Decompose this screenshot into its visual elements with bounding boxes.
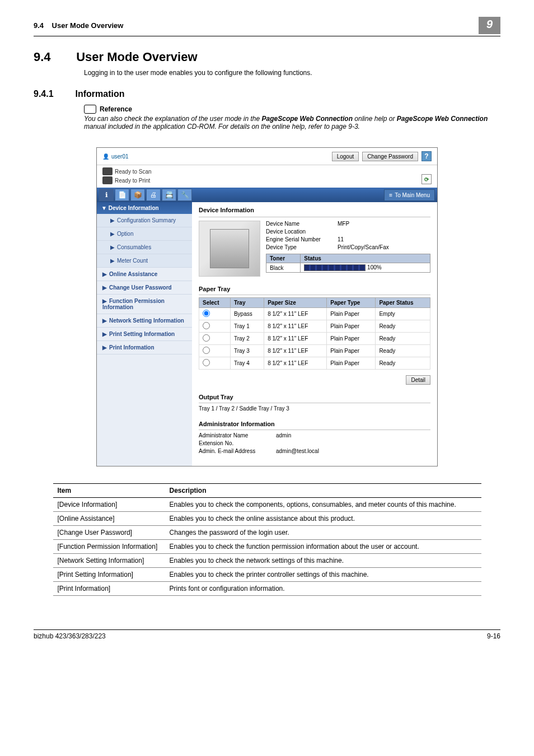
toner-bar	[304, 264, 366, 271]
tray-size: 8 1/2" x 11" LEF	[264, 320, 327, 333]
header-section-num: 9.4	[34, 21, 44, 30]
toner-table: TonerStatus Black 100%	[266, 254, 430, 273]
footer-model: bizhub 423/363/283/223	[34, 632, 106, 640]
sidebar-item-network-setting[interactable]: ▶Network Setting Information	[97, 314, 192, 328]
device-image	[199, 221, 260, 277]
tray-select-radio[interactable]	[203, 347, 210, 354]
section-heading-text: User Mode Overview	[76, 50, 197, 64]
tab-info-icon[interactable]: ℹ	[99, 189, 114, 201]
subsection-heading-text: Information	[75, 89, 124, 99]
device-type-label: Device Type	[266, 244, 333, 250]
toner-percent: 100%	[367, 264, 382, 270]
desc-text: Prints font or configuration information…	[165, 582, 481, 596]
paper-h-type: Paper Type	[327, 298, 376, 308]
tray-type: Plain Paper	[327, 333, 376, 345]
tray-type: Plain Paper	[327, 320, 376, 333]
desc-item: [Online Assistance]	[53, 512, 165, 526]
table-row: [Online Assistance]Enables you to check …	[53, 512, 481, 526]
desc-item: [Function Permission Information]	[53, 540, 165, 554]
tray-type: Plain Paper	[327, 345, 376, 357]
paper-tray-heading: Paper Tray	[199, 283, 430, 295]
table-row: [Print Information]Prints font or config…	[53, 582, 481, 596]
engine-serial-label: Engine Serial Number	[266, 236, 333, 242]
paper-h-tray: Tray	[230, 298, 264, 308]
table-row: [Change User Password]Changes the passwo…	[53, 526, 481, 540]
status-scan: Ready to Scan	[115, 169, 152, 175]
sidebar-item-consumables[interactable]: ▶Consumables	[97, 241, 192, 254]
tray-select-radio[interactable]	[203, 359, 210, 366]
user-icon: 👤	[102, 153, 109, 160]
tab-box-icon[interactable]: 📦	[130, 189, 145, 201]
table-row: [Device Information]Enables you to check…	[53, 498, 481, 512]
sidebar-item-meter-count[interactable]: ▶Meter Count	[97, 254, 192, 268]
sidebar-item-function-permission[interactable]: ▶Function Permission Information	[97, 295, 192, 314]
help-icon[interactable]: ?	[421, 151, 432, 161]
sidebar: ▼ Device Information ▶Configuration Summ…	[97, 202, 192, 466]
tray-type: Plain Paper	[327, 308, 376, 320]
refresh-icon[interactable]: ⟳	[421, 174, 432, 184]
intro-paragraph: Logging in to the user mode enables you …	[84, 69, 500, 77]
reference-text: You can also check the explanation of th…	[84, 115, 500, 130]
table-row: [Function Permission Information]Enables…	[53, 540, 481, 554]
change-password-button[interactable]: Change Password	[362, 152, 418, 161]
admin-name-value: admin	[276, 432, 291, 438]
reference-label: Reference	[100, 105, 132, 113]
logout-button[interactable]: Logout	[332, 152, 359, 161]
device-location-label: Device Location	[266, 228, 333, 235]
tray-status: Ready	[376, 345, 430, 357]
tab-print-icon[interactable]: 🖨	[146, 189, 161, 201]
tray-status: Ready	[376, 320, 430, 333]
sidebar-item-print-setting[interactable]: ▶Print Setting Information	[97, 328, 192, 341]
reference-block: Reference You can also check the explana…	[84, 105, 500, 130]
desc-h-desc: Description	[165, 484, 481, 498]
footer-page-number: 9-16	[487, 632, 500, 640]
sidebar-item-config-summary[interactable]: ▶Configuration Summary	[97, 214, 192, 227]
table-row: [Network Setting Information]Enables you…	[53, 554, 481, 568]
device-information-heading: Device Information	[199, 207, 430, 217]
sidebar-item-option[interactable]: ▶Option	[97, 227, 192, 241]
desc-item: [Change User Password]	[53, 526, 165, 540]
table-row: Tray 28 1/2" x 11" LEFPlain PaperReady	[199, 333, 430, 345]
tray-name: Tray 3	[230, 345, 264, 357]
sidebar-item-change-user-password[interactable]: ▶Change User Password	[97, 281, 192, 295]
sidebar-item-online-assistance[interactable]: ▶Online Assistance	[97, 268, 192, 281]
sidebar-item-print-information[interactable]: ▶Print Information	[97, 341, 192, 354]
sidebar-device-information[interactable]: ▼ Device Information	[97, 202, 192, 214]
tray-status: Ready	[376, 333, 430, 345]
toner-header: Toner	[266, 254, 301, 263]
description-table: Item Description [Device Information]Ena…	[53, 483, 481, 596]
toner-status-header: Status	[301, 254, 430, 263]
tray-name: Tray 2	[230, 333, 264, 345]
desc-text: Enables you to check the printer control…	[165, 568, 481, 582]
desc-text: Changes the password of the login user.	[165, 526, 481, 540]
tab-job-icon[interactable]: 📄	[115, 189, 129, 201]
table-row: Tray 18 1/2" x 11" LEFPlain PaperReady	[199, 320, 430, 333]
tray-size: 8 1/2" x 11" LEF	[264, 345, 327, 357]
desc-text: Enables you to check the function permis…	[165, 540, 481, 554]
detail-button[interactable]: Detail	[406, 375, 430, 385]
tray-name: Bypass	[230, 308, 264, 320]
tray-select-radio[interactable]	[203, 322, 210, 329]
admin-mail-label: Admin. E-mail Address	[199, 448, 271, 454]
admin-info-heading: Administrator Information	[199, 418, 430, 430]
tray-status: Empty	[376, 308, 430, 320]
tab-settings-icon[interactable]: 🔧	[177, 189, 192, 201]
device-name-value: MFP	[338, 221, 349, 227]
status-print: Ready to Print	[115, 178, 150, 184]
tab-address-icon[interactable]: 📇	[162, 189, 176, 201]
tray-type: Plain Paper	[327, 357, 376, 370]
table-row: Bypass8 1/2" x 11" LEFPlain PaperEmpty	[199, 308, 430, 320]
tray-select-radio[interactable]	[203, 310, 210, 317]
admin-mail-value: admin@test.local	[276, 448, 319, 454]
device-name-label: Device Name	[266, 221, 333, 227]
desc-item: [Print Information]	[53, 582, 165, 596]
to-main-menu-button[interactable]: ≡ To Main Menu	[384, 189, 435, 201]
tray-size: 8 1/2" x 11" LEF	[264, 357, 327, 370]
toner-black-label: Black	[266, 263, 301, 273]
screenshot: 👤 user01 Logout Change Password ? Ready …	[96, 147, 438, 466]
subsection-title: 9.4.1 Information	[34, 89, 500, 99]
paper-tray-table: Select Tray Paper Size Paper Type Paper …	[199, 297, 430, 370]
logged-in-user: 👤 user01	[102, 153, 129, 160]
tray-select-radio[interactable]	[203, 334, 210, 342]
tray-name: Tray 1	[230, 320, 264, 333]
